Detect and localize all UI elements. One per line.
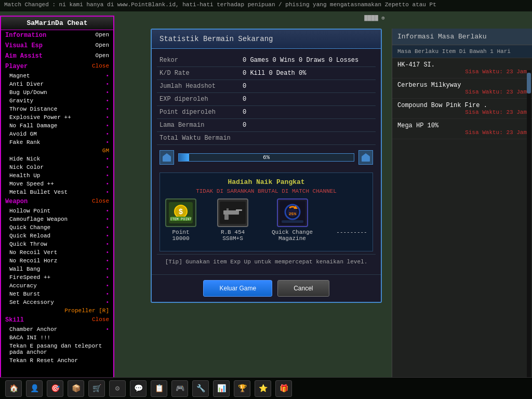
bottom-icon-gift[interactable]: 🎁	[275, 380, 292, 397]
no-recoil-vert-label: No Recoil Vert	[9, 249, 57, 256]
sidebar-item-explosive-power[interactable]: Explosive Power ++•	[1, 113, 113, 122]
bottom-icon-shop[interactable]: 🛒	[88, 380, 105, 397]
information-action: Open	[96, 32, 109, 39]
sidebar-item-magnet[interactable]: Magnet•	[1, 72, 113, 80]
progress-fill	[179, 154, 189, 161]
stat-value-kd: 0 Kill 0 Death 0%	[243, 70, 373, 77]
bottom-icon-chat[interactable]: 💬	[130, 380, 147, 397]
sidebar-item-fire-speed[interactable]: FireSpeed ++•	[1, 273, 113, 282]
bottom-bar: 🏠 👤 🎯 📦 🛒 ⚙️ 💬 📋 🎮 🔧 📊 🏆 ⭐ 🎁	[0, 377, 532, 399]
item-time-mega-hp: Sisa Waktu: 23 Jam	[397, 129, 527, 136]
visual-esp-label: Visual Esp	[5, 42, 43, 49]
hadiah-title: Hadiah Naik Pangkat	[165, 178, 367, 186]
fake-rank-dot: •	[105, 139, 109, 145]
quick-reload-label: Quick Reload	[9, 233, 50, 239]
hadiah-icon-reload: 25%	[277, 198, 308, 227]
sidebar-item-skill[interactable]: Skill Close	[1, 315, 113, 325]
bottom-icon-home[interactable]: 🏠	[5, 380, 22, 397]
sidebar-item-no-fall-damage[interactable]: No Fall Damage•	[1, 122, 113, 130]
sidebar-item-set-accessory[interactable]: Set Accessory•	[1, 298, 113, 307]
hadiah-label-gun: R.B 454 SS8M+S	[217, 229, 248, 242]
quick-reload-dot: •	[105, 233, 109, 239]
sidebar-item-throw-distance[interactable]: Throw Distance•	[1, 105, 113, 113]
stat-label-exp: EXP diperoleh	[159, 96, 243, 103]
bottom-icon-target[interactable]: 🎯	[47, 380, 63, 397]
quick-change-label: Quick Change	[9, 224, 50, 231]
item-name-mega-hp: Mega HP 10%	[397, 122, 527, 129]
sidebar-title: SaMarinDa Cheat	[1, 17, 113, 30]
bottom-icon-star[interactable]: ⭐	[255, 380, 271, 397]
quick-change-dot: •	[105, 224, 109, 231]
sidebar-item-camouflage[interactable]: Camouflage Weapon•	[1, 215, 113, 223]
visual-esp-action: Open	[96, 42, 109, 49]
sidebar-item-tekan-e[interactable]: Tekan E pasang dan teleport pada anchor	[1, 342, 113, 356]
sidebar-item-anti-diver[interactable]: Anti Diver•	[1, 80, 113, 88]
move-speed-dot: •	[105, 181, 109, 187]
metal-bullet-dot: •	[105, 189, 109, 195]
stat-row-point: Point diperoleh 0	[157, 106, 376, 119]
net-burst-label: Net Burst	[9, 291, 40, 297]
cancel-button[interactable]: Cancel	[277, 280, 329, 297]
sidebar-item-fake-rank[interactable]: Fake Rank•	[1, 138, 113, 147]
propeller-label: Propeller [R]	[1, 307, 113, 315]
sidebar-item-weapon[interactable]: Weapon Close	[1, 196, 113, 207]
hide-nick-dot: •	[105, 156, 109, 162]
health-up-dot: •	[105, 172, 109, 179]
sidebar-item-baca-ini[interactable]: BACA INI !!!	[1, 334, 113, 342]
svg-marker-3	[362, 153, 370, 156]
sidebar-item-hide-nick[interactable]: Hide Nick•	[1, 155, 113, 163]
sidebar-item-net-burst[interactable]: Net Burst•	[1, 290, 113, 298]
sidebar-item-no-recoil-vert[interactable]: No Recoil Vert•	[1, 248, 113, 257]
sidebar-item-chamber-anchor[interactable]: Chamber Anchor•	[1, 325, 113, 334]
scrollbar-thumb[interactable]	[527, 73, 531, 94]
bottom-icon-list[interactable]: 📋	[151, 380, 167, 397]
svg-rect-19	[282, 220, 303, 223]
anti-diver-label: Anti Diver	[9, 81, 44, 87]
sidebar-item-accuracy[interactable]: Accuracy•	[1, 282, 113, 290]
stat-label-kd: K/D Rate	[159, 70, 243, 77]
bottom-icon-trophy[interactable]: 🏆	[234, 380, 250, 397]
sidebar-item-no-recoil-horz[interactable]: No Recoil Horz•	[1, 257, 113, 265]
sidebar-item-aim-assist[interactable]: Aim Assist Open	[1, 51, 113, 61]
bottom-icon-game[interactable]: 🎮	[171, 380, 188, 397]
nick-color-dot: •	[105, 164, 109, 170]
sidebar-item-wall-bang[interactable]: Wall Bang•	[1, 265, 113, 273]
sidebar-item-health-up[interactable]: Health Up•	[1, 171, 113, 180]
no-fall-dot: •	[105, 123, 109, 129]
throw-distance-label: Throw Distance	[9, 106, 57, 112]
sidebar-item-nick-color[interactable]: Nick Color•	[1, 163, 113, 171]
sidebar-item-quick-change[interactable]: Quick Change•	[1, 223, 113, 232]
gravity-label: Gravity	[9, 98, 33, 104]
no-recoil-horz-label: No Recoil Horz	[9, 258, 57, 264]
sidebar-item-hollow-point[interactable]: Hollow Point•	[1, 207, 113, 215]
sidebar-item-gravity[interactable]: Gravity•	[1, 97, 113, 105]
bottom-icon-user[interactable]: 👤	[26, 380, 43, 397]
sidebar-item-tekan-r[interactable]: Tekan R Reset Anchor	[1, 356, 113, 365]
chamber-anchor-label: Chamber Anchor	[9, 326, 57, 332]
sidebar-item-quick-throw[interactable]: Quick Throw•	[1, 240, 113, 248]
sidebar-item-bug-updown[interactable]: Bug Up/Down•	[1, 88, 113, 97]
keluar-game-button[interactable]: Keluar Game	[203, 280, 272, 297]
stat-value-lama: 0	[243, 122, 373, 129]
sidebar-item-player[interactable]: Player Close	[1, 61, 113, 72]
hadiah-label-empty: ---------	[336, 229, 367, 235]
scrollbar-track	[527, 70, 531, 378]
sidebar-item-move-speed[interactable]: Move Speed ++•	[1, 180, 113, 188]
bottom-icon-bag[interactable]: 📦	[68, 380, 84, 397]
sidebar-item-quick-reload[interactable]: Quick Reload•	[1, 232, 113, 240]
hadiah-section: Hadiah Naik Pangkat TIDAK DI SARANKAN BR…	[159, 172, 373, 251]
cheat-sidebar: SaMarinDa Cheat Information Open Visual …	[0, 16, 114, 378]
sidebar-item-visual-esp[interactable]: Visual Esp Open	[1, 41, 113, 51]
bottom-icon-stats[interactable]: 📊	[213, 380, 230, 397]
move-speed-label: Move Speed ++	[9, 181, 54, 187]
item-entry-hk417: HK-417 SI. Sisa Waktu: 23 Jam	[392, 58, 532, 78]
sidebar-item-metal-bullet[interactable]: Metal Bullet Vest•	[1, 188, 113, 196]
sidebar-item-information[interactable]: Information Open	[1, 30, 113, 41]
tip-text: [Tip] Gunakan item Exp Up untuk memperce…	[165, 259, 367, 265]
right-panel-subheader: Masa Berlaku Item Di Bawah 1 Hari	[392, 45, 532, 58]
bottom-icon-settings[interactable]: ⚙️	[109, 380, 126, 397]
svg-rect-11	[227, 208, 229, 210]
bottom-icon-tool[interactable]: 🔧	[192, 380, 209, 397]
sidebar-item-avoid-gm[interactable]: Avoid GM•	[1, 130, 113, 138]
stat-row-lama: Lama Bermain 0	[157, 119, 376, 132]
